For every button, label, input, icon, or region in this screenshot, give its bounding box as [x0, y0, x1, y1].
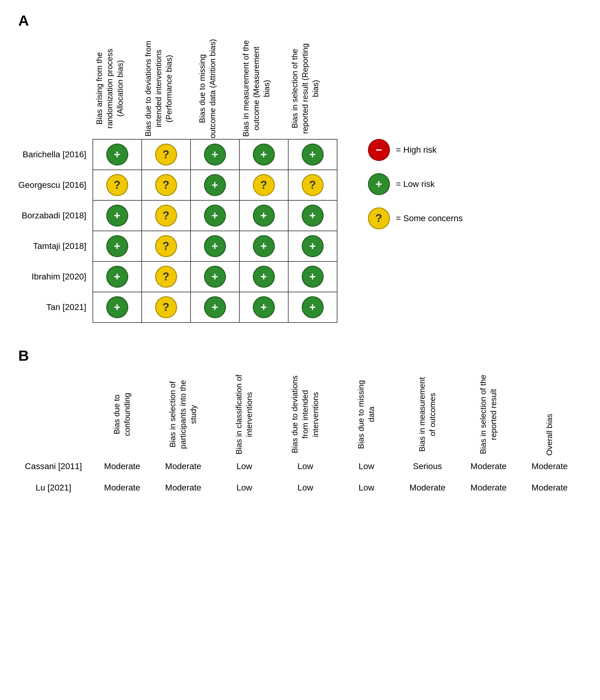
risk-circle: +	[253, 235, 275, 257]
risk-circle: +	[204, 296, 226, 318]
low-risk-label: = Low risk	[396, 179, 435, 189]
b-col-header-3: Bias in classification of interventions	[214, 370, 275, 456]
col-header-5: Bias in selection of the reported result…	[281, 35, 330, 139]
b-cell: Low	[214, 480, 275, 495]
legend-high-risk: − = High risk	[368, 139, 463, 161]
b-row-label: Cassani [2011]	[18, 461, 92, 471]
risk-circle: ?	[155, 144, 177, 166]
bias-cell: +	[93, 292, 142, 323]
b-col-header-4: Bias due to deviations from intended int…	[275, 370, 336, 456]
risk-circle: +	[106, 235, 128, 257]
bias-cell: +	[191, 292, 240, 323]
bias-cell: +	[240, 292, 288, 323]
risk-of-bias-table: Barichella [2016]+?+++Georgescu [2016]??…	[18, 139, 338, 323]
low-risk-icon: +	[368, 173, 390, 195]
risk-circle: +	[106, 296, 128, 318]
bias-cell: +	[240, 261, 288, 292]
risk-circle: +	[204, 144, 226, 166]
section-a: A Bias arising from the randomization pr…	[18, 12, 582, 323]
b-col-header-1: Bias due to confounding	[92, 370, 153, 456]
b-row-label: Lu [2021]	[18, 483, 92, 493]
bias-table-area: Bias arising from the randomization proc…	[18, 35, 338, 323]
table-row: Georgescu [2016]??+??	[18, 170, 337, 200]
risk-circle: +	[302, 235, 324, 257]
b-cell: Moderate	[153, 480, 214, 495]
b-cell: Low	[214, 459, 275, 474]
b-cell: Moderate	[458, 459, 519, 474]
bias-cell: +	[191, 139, 240, 170]
bias-cell: ?	[288, 170, 337, 200]
section-b: B Bias due to confounding Bias in select…	[18, 347, 582, 498]
table-row: Borzabadi [2018]+?+++	[18, 200, 337, 231]
risk-circle: +	[253, 205, 275, 227]
b-cell: Moderate	[397, 480, 458, 495]
bias-cell: +	[288, 200, 337, 231]
b-col-header-2: Bias in selection of participants into t…	[153, 370, 214, 456]
risk-circle: +	[204, 235, 226, 257]
col-header-1: Bias arising from the randomization proc…	[85, 35, 134, 139]
b-cell: Moderate	[519, 459, 580, 474]
risk-circle: ?	[106, 174, 128, 196]
column-headers: Bias arising from the randomization proc…	[18, 35, 338, 139]
risk-circle: ?	[302, 174, 324, 196]
some-concerns-label: = Some concerns	[396, 214, 463, 223]
b-cell: Moderate	[92, 459, 153, 474]
bias-cell: +	[288, 139, 337, 170]
row-label: Tan [2021]	[18, 292, 93, 323]
b-cell: Serious	[397, 459, 458, 474]
bias-cell: +	[288, 231, 337, 261]
b-col-header-6: Bias in measurement of outcomes	[397, 370, 458, 456]
b-table-row: Lu [2021]ModerateModerateLowLowLowModera…	[18, 477, 582, 498]
risk-circle: ?	[155, 205, 177, 227]
table-row: Tan [2021]+?+++	[18, 292, 337, 323]
bias-cell: +	[191, 231, 240, 261]
risk-circle: +	[302, 205, 324, 227]
section-a-label: A	[18, 12, 582, 29]
bias-cell: ?	[142, 139, 191, 170]
some-concerns-icon: ?	[368, 207, 390, 229]
section-a-content: Bias arising from the randomization proc…	[18, 35, 582, 323]
bias-cell: +	[191, 200, 240, 231]
risk-circle: ?	[155, 266, 177, 288]
b-cell: Low	[275, 459, 336, 474]
b-cell: Low	[336, 480, 397, 495]
bias-cell: +	[288, 261, 337, 292]
table-row: Ibrahim [2020]+?+++	[18, 261, 337, 292]
bias-cell: +	[93, 200, 142, 231]
bias-cell: +	[93, 261, 142, 292]
col-header-4: Bias in measurement of the outcome (Meas…	[232, 35, 281, 139]
risk-circle: ?	[155, 235, 177, 257]
b-cell: Moderate	[458, 480, 519, 495]
b-data-rows: Cassani [2011]ModerateModerateLowLowLowS…	[18, 456, 582, 498]
high-risk-icon: −	[368, 139, 390, 161]
risk-circle: +	[106, 144, 128, 166]
col-header-2: Bias due to deviations from intended int…	[134, 35, 183, 139]
bias-cell: ?	[93, 170, 142, 200]
row-label: Georgescu [2016]	[18, 170, 93, 200]
bias-cell: +	[191, 261, 240, 292]
b-col-header-5: Bias due to missing data	[336, 370, 397, 456]
legend-low-risk: + = Low risk	[368, 173, 463, 195]
risk-circle: +	[106, 266, 128, 288]
risk-circle: ?	[155, 174, 177, 196]
b-column-headers: Bias due to confounding Bias in selectio…	[18, 370, 582, 456]
b-table-row: Cassani [2011]ModerateModerateLowLowLowS…	[18, 456, 582, 477]
risk-circle: +	[204, 205, 226, 227]
risk-circle: ?	[155, 296, 177, 318]
b-cell: Moderate	[519, 480, 580, 495]
risk-circle: ?	[253, 174, 275, 196]
row-label: Borzabadi [2018]	[18, 200, 93, 231]
legend-some-concerns: ? = Some concerns	[368, 207, 463, 229]
legend: − = High risk + = Low risk ? = Some conc…	[368, 139, 463, 229]
bias-cell: +	[240, 200, 288, 231]
bias-cell: ?	[142, 200, 191, 231]
row-label: Barichella [2016]	[18, 139, 93, 170]
risk-circle: +	[253, 296, 275, 318]
bias-cell: ?	[142, 170, 191, 200]
bias-cell: ?	[142, 231, 191, 261]
b-cell: Low	[275, 480, 336, 495]
bias-cell: ?	[142, 292, 191, 323]
b-cell: Moderate	[92, 480, 153, 495]
row-label: Ibrahim [2020]	[18, 261, 93, 292]
risk-circle: +	[106, 205, 128, 227]
